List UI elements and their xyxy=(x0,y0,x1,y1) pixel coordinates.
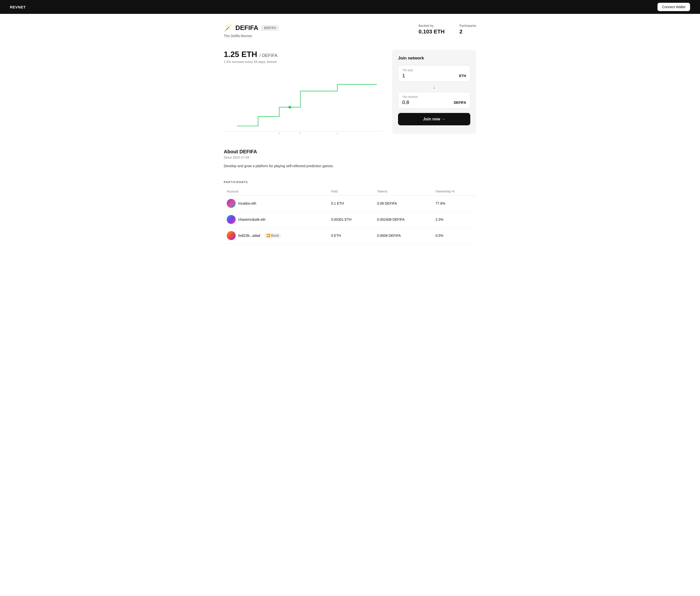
col-tokens: Tokens xyxy=(374,188,433,195)
you-pay-input-group: You pay ETH xyxy=(398,65,470,82)
header: REVNET Connect Wallet xyxy=(0,0,700,14)
table-row: 0x823b...adad ⏩ Boost 0 ETH 0.0006 DEFIF… xyxy=(224,228,476,244)
svg-text:4: 4 xyxy=(336,132,338,134)
svg-text:2: 2 xyxy=(279,132,280,134)
you-receive-input[interactable] xyxy=(402,100,432,105)
project-name: DEFIFA xyxy=(235,24,258,32)
backed-by-label: Backed by xyxy=(419,24,445,27)
project-identity: 🪄 DEFIFA $DEFIFA The Defifa Revnet. xyxy=(224,24,279,38)
participants-section: PARTICIPANTS Account Paid Tokens Ownersh… xyxy=(224,180,476,244)
about-since: Since 2023-17-04 xyxy=(224,155,476,159)
participants-section-title: PARTICIPANTS xyxy=(224,180,476,183)
project-ticker: $DEFIFA xyxy=(261,25,279,31)
tokens-cell: 0.002408 DEFIFA xyxy=(374,212,433,228)
project-header: 🪄 DEFIFA $DEFIFA The Defifa Revnet. Back… xyxy=(224,24,476,38)
chart-svg: 2 3 4 xyxy=(224,70,382,134)
account-cell: chasemcdude.eth xyxy=(227,215,325,224)
project-description: The Defifa Revnet. xyxy=(224,34,279,38)
ownership-cell: 0.5% xyxy=(433,228,476,244)
col-account: Account xyxy=(224,188,328,195)
paid-cell: 0.1 ETH xyxy=(328,195,374,212)
chart-price-unit: / DEFIFA xyxy=(259,53,278,58)
participants-count: 2 xyxy=(459,28,476,35)
chart-price: 1.25 ETH / DEFIFA xyxy=(224,50,382,59)
col-paid: Paid xyxy=(328,188,374,195)
account-name[interactable]: chasemcdude.eth xyxy=(238,218,266,221)
participants-label: Participants xyxy=(459,24,476,27)
paid-cell: 0 ETH xyxy=(328,228,374,244)
table-row: chasemcdude.eth 0.00301 ETH 0.002408 DEF… xyxy=(224,212,476,228)
about-title: About DEFIFA xyxy=(224,149,476,154)
boost-badge: ⏩ Boost xyxy=(265,233,281,238)
you-pay-label: You pay xyxy=(402,68,466,72)
chart-section: 1.25 ETH / DEFIFA 2.5% increase every 28… xyxy=(224,50,382,134)
avatar xyxy=(227,215,236,224)
site-logo: REVNET xyxy=(10,5,26,9)
participants-tbody: mcadoo.eth 0.1 ETH 0.08 DEFIFA 77.6% cha… xyxy=(224,195,476,244)
avatar xyxy=(227,231,236,240)
table-row: mcadoo.eth 0.1 ETH 0.08 DEFIFA 77.6% xyxy=(224,195,476,212)
backed-by-stat: Backed by 0.103 ETH xyxy=(419,24,445,35)
participants-table: Account Paid Tokens Ownership % mcadoo.e… xyxy=(224,188,476,244)
you-pay-input[interactable] xyxy=(402,73,432,78)
ownership-cell: 77.6% xyxy=(433,195,476,212)
account-cell: mcadoo.eth xyxy=(227,199,325,208)
account-name[interactable]: 0x823b...adad xyxy=(238,233,260,238)
participants-stat: Participants 2 xyxy=(459,24,476,35)
you-receive-input-group: You receive DEFIFA xyxy=(398,92,470,108)
about-description: Develop and grow a platform for playing … xyxy=(224,163,476,169)
backed-by-value: 0.103 ETH xyxy=(419,28,445,35)
swap-arrow-icon: ↓ xyxy=(398,83,470,92)
table-header: Account Paid Tokens Ownership % xyxy=(224,188,476,195)
content-grid: 1.25 ETH / DEFIFA 2.5% increase every 28… xyxy=(224,50,476,134)
account-name[interactable]: mcadoo.eth xyxy=(238,201,256,205)
join-panel-title: Join network xyxy=(398,56,470,61)
project-stats: Backed by 0.103 ETH Participants 2 xyxy=(419,24,476,35)
chart-container: 2 3 4 xyxy=(224,70,382,134)
svg-text:3: 3 xyxy=(300,132,301,134)
svg-point-1 xyxy=(288,106,291,108)
you-receive-label: You receive xyxy=(402,95,466,99)
avatar xyxy=(227,199,236,208)
you-pay-currency: ETH xyxy=(459,74,466,78)
tokens-cell: 0.08 DEFIFA xyxy=(374,195,433,212)
chart-subtitle: 2.5% increase every 28 days, forever xyxy=(224,60,382,64)
col-ownership: Ownership % xyxy=(433,188,476,195)
project-title-row: 🪄 DEFIFA $DEFIFA xyxy=(224,24,279,32)
account-cell: 0x823b...adad ⏩ Boost xyxy=(227,231,325,240)
project-icon: 🪄 xyxy=(224,24,232,32)
main-content: 🪄 DEFIFA $DEFIFA The Defifa Revnet. Back… xyxy=(214,14,486,258)
about-section: About DEFIFA Since 2023-17-04 Develop an… xyxy=(224,149,476,169)
join-network-panel: Join network You pay ETH ↓ You receive D… xyxy=(392,50,476,134)
tokens-cell: 0.0006 DEFIFA xyxy=(374,228,433,244)
you-receive-currency: DEFIFA xyxy=(454,101,466,104)
join-now-button[interactable]: Join now → xyxy=(398,113,470,125)
paid-cell: 0.00301 ETH xyxy=(328,212,374,228)
connect-wallet-button[interactable]: Connect Wallet xyxy=(657,3,690,11)
ownership-cell: 2.3% xyxy=(433,212,476,228)
